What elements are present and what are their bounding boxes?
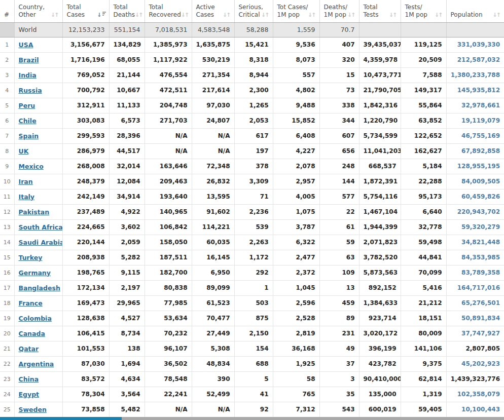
cell-total-cases: 128,638 (62, 311, 109, 326)
table-header: #Country,Other↓↑TotalCases↓TotalDeaths↓↑… (0, 0, 504, 22)
country-link[interactable]: Germany (19, 269, 51, 277)
country-link[interactable]: UK (19, 147, 29, 155)
cell-total-cases: 73,858 (62, 402, 109, 417)
horizontal-scrollbar[interactable] (0, 417, 504, 420)
country-link[interactable]: Pakistan (19, 208, 50, 216)
population-link[interactable]: 59,320,279 (461, 223, 500, 231)
column-header-tests-per-1m[interactable]: Tests/1M pop↓↑ (401, 0, 446, 22)
cell-cases-per-1m: 36,168 (273, 341, 319, 356)
cell-total-tests: 21,790,705 (359, 83, 401, 98)
column-header-cases-per-1m[interactable]: Tot Cases/1M pop↓↑ (273, 0, 319, 22)
column-header-deaths-per-1m[interactable]: Deaths/1M pop↓↑ (319, 0, 359, 22)
cell-active-cases: N/A (192, 143, 234, 159)
cell-tests-per-1m: 32,778 (401, 219, 446, 235)
table-row: 21Qatar101,55313896,1075,30815436,168493… (0, 341, 504, 356)
cell-tests-per-1m: 18,151 (401, 311, 446, 326)
population-link[interactable]: 84,009,505 (461, 178, 500, 185)
country-link[interactable]: Egypt (19, 391, 40, 398)
country-link[interactable]: Italy (19, 193, 35, 201)
cell-total-deaths: 3,602 (109, 219, 145, 235)
population-link[interactable]: 10,100,443 (461, 406, 500, 413)
population-link[interactable]: 84,353,985 (461, 254, 500, 261)
country-link[interactable]: Brazil (19, 56, 39, 64)
cell-total-recovered: 36,502 (145, 356, 192, 371)
population-link[interactable]: 102,358,079 (457, 391, 500, 398)
cell-rank: 24 (0, 387, 14, 402)
cell-total-cases: 87,030 (62, 356, 109, 371)
cell-active-cases: 97,030 (192, 98, 234, 113)
country-link[interactable]: Saudi Arabia (19, 239, 63, 246)
country-link[interactable]: India (19, 71, 37, 79)
country-link[interactable]: Iran (19, 178, 33, 185)
population-link[interactable]: 220,943,702 (457, 208, 500, 215)
column-header-total-cases[interactable]: TotalCases↓ (62, 0, 109, 22)
population-link[interactable]: 45,202,923 (461, 360, 500, 367)
population-link[interactable]: 145,935,812 (457, 87, 500, 94)
population-link[interactable]: 50,891,834 (461, 315, 500, 322)
country-link[interactable]: Chile (19, 117, 37, 125)
population-link[interactable]: 331,039,330 (457, 41, 500, 48)
cell-total-recovered: 472,511 (145, 83, 192, 98)
country-link[interactable]: Peru (19, 102, 35, 109)
cell-population: 1,380,233,788 (446, 67, 504, 83)
column-header-serious-critical[interactable]: Serious,Critical↓↑ (234, 0, 273, 22)
cell-cases-per-1m: 2,078 (273, 159, 319, 174)
scrollbar-thumb[interactable] (0, 417, 122, 420)
column-header-total-deaths[interactable]: TotalDeaths↓↑ (109, 0, 145, 22)
cell-total-cases: 3,156,677 (62, 37, 109, 52)
column-header-population[interactable]: Population↓↑ (446, 0, 504, 22)
cell-total-recovered: N/A (145, 128, 192, 143)
population-link[interactable]: 212,587,032 (457, 56, 500, 63)
column-header-total-tests[interactable]: TotalTests↓↑ (359, 0, 401, 22)
cell-cases-per-1m: 15,852 (273, 113, 319, 128)
cell-active-cases: 24,807 (192, 113, 234, 128)
population-link[interactable]: 34,821,448 (461, 239, 500, 246)
population-value: 2,807,805 (465, 345, 500, 352)
country-link[interactable]: Sweden (19, 406, 47, 413)
cell-country: Italy (14, 189, 62, 204)
country-link[interactable]: Mexico (19, 163, 44, 170)
country-link[interactable]: France (19, 299, 43, 307)
country-link[interactable]: Turkey (19, 254, 43, 261)
cell-cases-per-1m: 2,957 (273, 174, 319, 189)
column-label: Deaths/ (324, 4, 348, 11)
population-link[interactable]: 67,892,858 (461, 147, 500, 155)
country-link[interactable]: Bangladesh (19, 284, 60, 292)
cell-cases-per-1m: 1,075 (273, 204, 319, 219)
country-link[interactable]: Spain (19, 132, 39, 140)
cell-rank: 6 (0, 113, 14, 128)
country-link[interactable]: Russia (19, 87, 42, 94)
population-link[interactable]: 19,119,079 (461, 117, 500, 124)
cell-tests-per-1m: 6,640 (401, 204, 446, 219)
population-link[interactable]: 46,755,169 (461, 132, 500, 139)
population-link[interactable]: 65,276,501 (461, 299, 500, 307)
country-link[interactable]: South Africa (19, 223, 63, 231)
population-link[interactable]: 1,380,233,788 (451, 71, 500, 79)
country-link[interactable]: China (19, 375, 39, 383)
cell-cases-per-1m: 1,045 (273, 280, 319, 295)
population-link[interactable]: 164,717,016 (457, 284, 500, 291)
population-link[interactable]: 128,955,195 (457, 163, 500, 170)
table-row: 1USA3,156,677134,8291,385,9731,635,87515… (0, 37, 504, 52)
table-row: 5Peru312,91111,133204,74897,0301,2659,48… (0, 98, 504, 113)
column-header-active-cases[interactable]: ActiveCases↓↑ (192, 0, 234, 22)
cell-tests-per-1m: 5,416 (401, 280, 446, 295)
cell-total-recovered: N/A (145, 402, 192, 417)
population-link[interactable]: 32,978,661 (461, 102, 500, 109)
country-link[interactable]: Canada (19, 330, 45, 337)
country-link[interactable]: Argentina (19, 360, 54, 368)
cell-total-deaths: 4,922 (109, 204, 145, 219)
population-link[interactable]: 83,789,358 (461, 269, 500, 276)
country-link[interactable]: USA (19, 41, 33, 49)
population-link[interactable]: 60,459,826 (461, 193, 500, 200)
cell-total-deaths: 10,667 (109, 83, 145, 98)
population-link[interactable]: 37,747,927 (461, 330, 500, 337)
country-link[interactable]: Qatar (19, 345, 39, 353)
column-header-total-recovered[interactable]: TotalRecovered↓↑ (145, 0, 192, 22)
cell-deaths-per-1m: 15 (319, 67, 359, 83)
cell-active-cases: 48,834 (192, 356, 234, 371)
column-header-country[interactable]: Country,Other↓↑ (14, 0, 62, 22)
cell-cases-per-1m: 9,536 (273, 37, 319, 52)
cell-total-deaths: 3,564 (109, 387, 145, 402)
country-link[interactable]: Colombia (19, 315, 52, 322)
